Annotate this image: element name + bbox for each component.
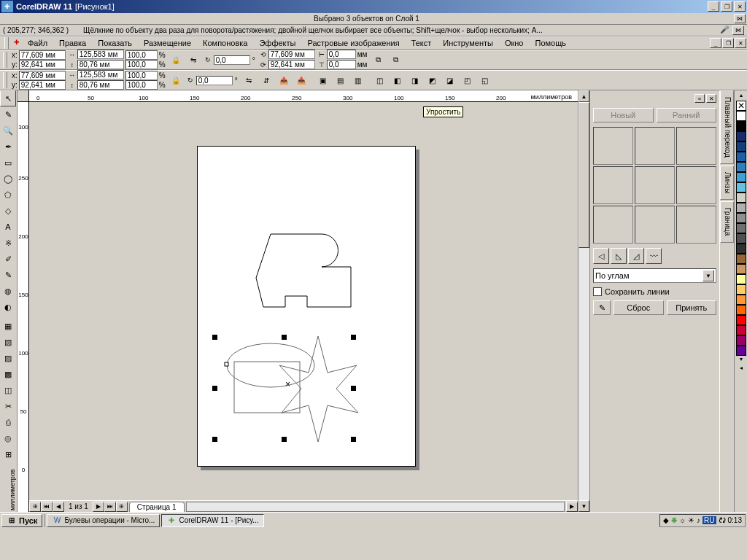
aux-tool-6[interactable]: ✂ (0, 398, 16, 414)
hint-mirror-icon[interactable]: ⋈ (732, 26, 744, 35)
color-swatch[interactable] (736, 162, 746, 172)
tray-icon[interactable]: ☼ (679, 516, 686, 524)
preset-cell[interactable] (676, 166, 716, 204)
intersect-button[interactable]: ◩ (425, 72, 441, 88)
color-swatch[interactable] (736, 325, 746, 335)
vscroll-thumb[interactable] (578, 102, 589, 248)
close-button[interactable]: ✕ (734, 1, 746, 12)
color-swatch[interactable] (736, 182, 746, 192)
aux-tool-4[interactable]: ▩ (0, 366, 16, 382)
eyedropper-tool[interactable]: ✐ (0, 251, 16, 267)
color-swatch[interactable] (736, 274, 746, 284)
propbar1-grip[interactable] (3, 52, 7, 68)
reset-button[interactable]: Сброс (614, 300, 664, 315)
color-swatch[interactable] (736, 192, 746, 203)
envelope-curve-button[interactable]: ◿ (628, 248, 644, 264)
aux-tool-5[interactable]: ◫ (0, 382, 16, 398)
mirror-v2-button[interactable]: ⇵ (258, 72, 274, 88)
text-tool[interactable]: A (0, 219, 16, 235)
language-indicator[interactable]: RU (703, 516, 716, 524)
aux-tool-9[interactable]: ⊞ (0, 446, 16, 462)
group-button[interactable]: ▣ (315, 72, 331, 88)
scale-y-input[interactable]: 100,0 (125, 60, 158, 69)
shape-tool[interactable]: ✎ (0, 106, 16, 122)
back-minus-front-button[interactable]: ◱ (477, 72, 493, 88)
docker-earlier-button[interactable]: Ранний (657, 108, 717, 122)
docker-new-button[interactable]: Новый (593, 108, 654, 122)
palette-flyout[interactable]: ◂ (740, 365, 743, 373)
envelope-arc-button[interactable]: ◺ (611, 248, 627, 264)
propbar2-grip[interactable] (3, 72, 7, 88)
doc-close-button[interactable]: ✕ (735, 38, 746, 48)
palette-scroll-down[interactable]: ▾ (740, 356, 743, 365)
menu-file[interactable]: Файл (22, 37, 53, 49)
aux-tool-8[interactable]: ◎ (0, 430, 16, 446)
to-back-button[interactable]: 📥 (293, 72, 309, 88)
menu-help[interactable]: Помощь (529, 37, 572, 49)
maximize-button[interactable]: ❐ (721, 1, 732, 12)
aux-tool-3[interactable]: ▨ (0, 350, 16, 366)
eyedropper-button[interactable]: ✎ (593, 300, 611, 315)
preset-cell[interactable] (676, 206, 716, 244)
color-swatch[interactable] (736, 254, 746, 264)
apply-button[interactable]: ⧉ (387, 52, 403, 68)
palette-scroll-up[interactable]: ▴ (740, 92, 743, 101)
weld-button[interactable]: ◧ (390, 72, 406, 88)
doc-minimize-button[interactable]: _ (710, 38, 721, 48)
color-swatch[interactable] (736, 121, 746, 131)
to-front-button[interactable]: 📤 (276, 72, 292, 88)
envelope-free-button[interactable]: 〰 (646, 248, 662, 264)
scrollbar-vertical[interactable]: ▲ ▼ (578, 90, 589, 512)
color-swatch[interactable] (736, 284, 746, 295)
preset-cell[interactable] (635, 206, 675, 244)
color-swatch[interactable] (736, 315, 746, 325)
page-first-button[interactable]: ⏮ (41, 502, 53, 512)
color-swatch[interactable] (736, 295, 746, 305)
canvas-viewport[interactable]: × Упростить (29, 102, 578, 500)
color-swatch[interactable] (736, 141, 746, 152)
y-position-input[interactable]: 92,641 мм (19, 60, 66, 69)
scale-x-input[interactable]: 100,0 (125, 50, 158, 60)
tray-icon[interactable]: ☀ (688, 516, 694, 524)
taskbar-task-coreldraw[interactable]: ✚ CorelDRAW 11 - [Рису... (161, 514, 263, 527)
ruler-horizontal[interactable]: 0 50 100 150 200 250 300 100 150 200 мил… (29, 90, 578, 102)
color-swatch[interactable] (736, 152, 746, 162)
color-swatch[interactable] (736, 111, 746, 121)
interactive-fill-tool[interactable]: ◐ (0, 299, 16, 315)
ruler-vertical[interactable]: 300 250 200 150 100 50 0 миллиметров (18, 102, 29, 512)
color-swatch[interactable] (736, 223, 746, 233)
color-swatch[interactable] (736, 131, 746, 141)
menu-text[interactable]: Текст (406, 37, 438, 49)
keep-lines-checkbox[interactable] (593, 287, 602, 296)
simplify-button[interactable]: ◪ (442, 72, 458, 88)
color-swatch[interactable] (736, 305, 746, 315)
lock-ratio2-button[interactable]: 🔒 (168, 72, 184, 88)
vscroll-down[interactable]: ▼ (578, 500, 589, 512)
page-next-button[interactable]: ▶ (93, 502, 104, 512)
basic-shapes-tool[interactable]: ◇ (0, 203, 16, 219)
color-swatch[interactable] (736, 213, 746, 223)
menu-arrange[interactable]: Компоновка (197, 37, 253, 49)
offset-x-input[interactable]: 0,0 (327, 50, 356, 59)
color-swatch[interactable] (736, 346, 746, 356)
polygon-tool[interactable]: ⬠ (0, 187, 16, 203)
docker-tab-lens[interactable]: Линзы (720, 166, 734, 200)
y2-position-input[interactable]: 92,641 мм (19, 80, 66, 90)
mirror-h2-button[interactable]: ⇋ (241, 72, 257, 88)
zoom-tool[interactable]: 🔍 (0, 122, 16, 139)
page-tab-1[interactable]: Страница 1 (129, 502, 185, 512)
origin-x-input[interactable]: 77,609 мм (268, 50, 315, 59)
menu-bitmaps[interactable]: Растровые изображения (301, 37, 405, 49)
tray-icon[interactable]: ❋ (671, 516, 677, 524)
preset-cell[interactable] (593, 127, 633, 165)
docker-close-button[interactable]: ✕ (706, 94, 716, 103)
width2-input[interactable]: 125,583 мм (77, 70, 124, 79)
page-last-button[interactable]: ⏭ (104, 502, 116, 512)
mapping-mode-select[interactable]: По углам ▼ (593, 268, 716, 283)
preset-cell[interactable] (593, 166, 633, 204)
ruler-corner[interactable] (18, 90, 29, 102)
hscroll-right[interactable]: ▶ (566, 502, 578, 512)
menu-view[interactable]: Показать (92, 37, 138, 49)
docker-tab-envelope[interactable]: Граница (720, 201, 734, 242)
ellipse-tool[interactable]: ◯ (0, 171, 16, 187)
